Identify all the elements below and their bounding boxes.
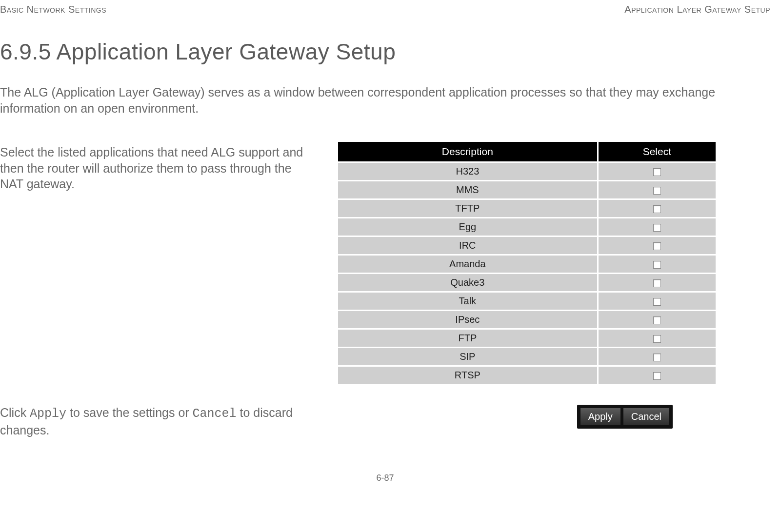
intro-paragraph: The ALG (Application Layer Gateway) serv… [0,84,770,116]
table-row: Quake3 [338,274,716,291]
col-header-select: Select [599,142,716,161]
row-select-cell [599,330,716,347]
table-row: IPsec [338,311,716,328]
footer-text-pre: Click [0,406,30,419]
table-row: TFTP [338,200,716,217]
table-row: FTP [338,330,716,347]
cancel-button[interactable]: Cancel [623,408,670,426]
row-select-cell [599,348,716,365]
page-number: 6-87 [0,473,770,483]
row-select-cell [599,274,716,291]
row-select-cell [599,311,716,328]
alg-table: Description Select H323 MMS [337,140,717,385]
row-description: H323 [338,163,597,180]
row-select-cell [599,163,716,180]
apply-button[interactable]: Apply [580,408,621,426]
footer-row: Click Apply to save the settings or Canc… [0,405,770,439]
apply-code: Apply [30,407,66,421]
row-select-cell [599,218,716,236]
row-description: MMS [338,181,597,198]
table-row: RTSP [338,367,716,384]
row-description: Talk [338,293,597,310]
table-row: Talk [338,293,716,310]
checkbox-talk[interactable] [653,298,661,306]
row-description: Amanda [338,256,597,273]
footer-text-mid: to save the settings or [66,406,192,419]
table-row: SIP [338,348,716,365]
table-row: IRC [338,237,716,254]
row-description: IRC [338,237,597,254]
table-row: MMS [338,181,716,198]
instruction-text: Select the listed applications that need… [0,144,317,192]
alg-panel: Description Select H323 MMS [337,140,770,385]
checkbox-h323[interactable] [653,168,661,176]
checkbox-ftp[interactable] [653,335,661,343]
checkbox-amanda[interactable] [653,261,661,269]
col-header-description: Description [338,142,597,161]
row-select-cell [599,256,716,273]
content-row: Select the listed applications that need… [0,140,770,385]
header-left: Basic Network Settings [0,4,106,15]
checkbox-tftp[interactable] [653,205,661,213]
table-row: Amanda [338,256,716,273]
page-header: Basic Network Settings Application Layer… [0,0,770,19]
footer-instruction: Click Apply to save the settings or Canc… [0,405,337,439]
table-header-row: Description Select [338,142,716,161]
row-description: RTSP [338,367,597,384]
row-description: Egg [338,218,597,236]
checkbox-quake3[interactable] [653,279,661,287]
checkbox-ipsec[interactable] [653,316,661,324]
row-select-cell [599,181,716,198]
row-select-cell [599,237,716,254]
row-select-cell [599,293,716,310]
checkbox-irc[interactable] [653,242,661,250]
checkbox-mms[interactable] [653,187,661,195]
row-select-cell [599,200,716,217]
page-title: 6.9.5 Application Layer Gateway Setup [0,39,770,65]
table-row: H323 [338,163,716,180]
checkbox-sip[interactable] [653,354,661,361]
table-row: Egg [338,218,716,236]
button-row: Apply Cancel [577,405,673,429]
checkbox-rtsp[interactable] [653,372,661,380]
row-description: SIP [338,348,597,365]
row-description: TFTP [338,200,597,217]
checkbox-egg[interactable] [653,224,661,232]
header-right: Application Layer Gateway Setup [624,4,770,15]
row-description: FTP [338,330,597,347]
row-select-cell [599,367,716,384]
row-description: Quake3 [338,274,597,291]
row-description: IPsec [338,311,597,328]
cancel-code: Cancel [193,407,237,421]
